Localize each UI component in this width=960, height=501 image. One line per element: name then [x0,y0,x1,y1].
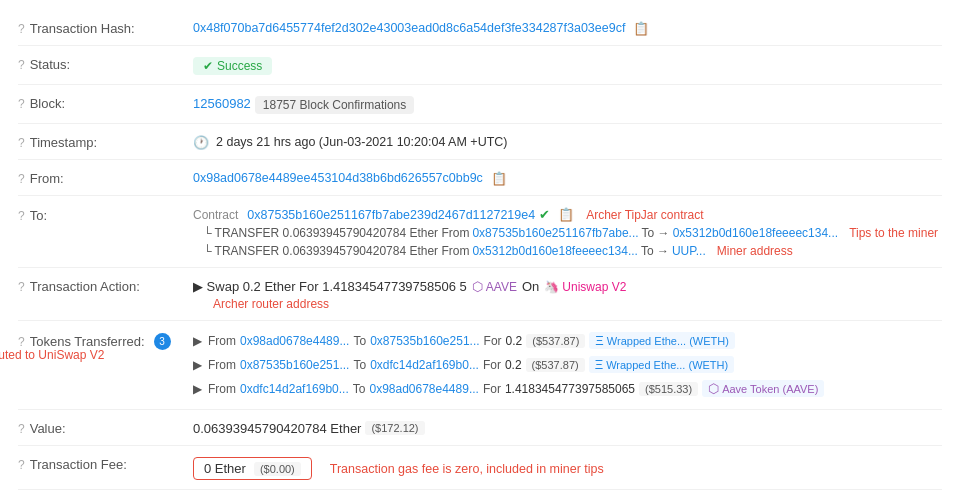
check-icon: ✔ [203,59,213,73]
tokens-count: 3 [154,333,171,350]
question-icon[interactable]: ? [18,22,25,36]
from-value: 0x98ad0678e4489ee453104d38b6bd626557c0bb… [193,169,942,186]
timestamp-label: ? Timestamp: [18,133,193,150]
value-value: 0.06393945790420784 Ether ($172.12) [193,419,942,436]
to-contract-row: Contract 0x87535b160e251167fb7abe239d246… [193,207,942,222]
token-row-3: ▶ From 0xdfc14d2af169b0... To 0x98ad0678… [193,380,824,397]
fee-ether: 0 Ether [204,461,246,476]
from-label: ? From: [18,169,193,186]
bullet-2: ▶ [193,358,202,372]
fee-annotation: Transaction gas fee is zero, included in… [330,462,604,476]
fee-usd: ($0.00) [254,462,301,476]
on-text: On [522,279,539,294]
uniswap-icon: 🦄 [544,280,559,294]
question-icon-tokens[interactable]: ? [18,335,25,349]
weth-icon-2: Ξ [595,357,603,372]
value-ether: 0.06393945790420784 Ether [193,421,361,436]
transfer-row-1: └ TRANSFER 0.06393945790420784 Ether Fro… [203,226,942,240]
weth-icon-1: Ξ [595,333,603,348]
aave-icon-2: ⬡ [708,381,719,396]
token3-from[interactable]: 0xdfc14d2af169b0... [240,382,349,396]
routed-annotation-wrap: Routed to UniSwap V2 [0,348,104,362]
aave-icon: ⬡ [472,279,483,294]
value-usd: ($172.12) [365,421,424,435]
token-row-2: ▶ From 0x87535b160e251... To 0xdfc14d2af… [193,356,734,373]
token3-usd: ($515.33) [639,382,698,396]
fee-box: 0 Ether ($0.00) [193,457,312,480]
question-icon-ts[interactable]: ? [18,136,25,150]
swap-row: ▶ Swap 0.2 Ether For 1.41834547739758506… [193,279,626,294]
annotation-router: Archer router address [213,297,329,311]
token2-from[interactable]: 0x87535b160e251... [240,358,349,372]
txhash-label: ? Transaction Hash: [18,19,193,36]
timestamp-value: 🕐 2 days 21 hrs ago (Jun-03-2021 10:20:0… [193,133,942,150]
tx-hash: 0x48f070ba7d6455774fef2d302e43003ead0d8c… [193,21,625,35]
fee-label: ? Transaction Fee: [18,455,193,472]
contract-address[interactable]: 0x87535b160e251167fb7abe239d2467d1127219… [247,208,535,222]
token2-usd: ($537.87) [526,358,585,372]
status-label: ? Status: [18,55,193,72]
token3-to[interactable]: 0x98ad0678e4489... [369,382,478,396]
block-label: ? Block: [18,94,193,111]
action-label: ? Transaction Action: [18,277,193,294]
transfer2-from[interactable]: 0x5312b0d160e18feeeec134... [472,244,638,258]
clock-icon: 🕐 [193,135,209,150]
transfer1-to[interactable]: 0x5312b0d160e18feeeec134... [673,226,839,240]
token3-badge: ⬡ Aave Token (AAVE) [702,380,824,397]
token1-usd: ($537.87) [526,334,585,348]
block-number[interactable]: 12560982 [193,96,251,111]
value-label: ? Value: [18,419,193,436]
question-icon-fee[interactable]: ? [18,458,25,472]
annotation-uniswap: Routed to UniSwap V2 [0,348,104,362]
copy-hash-icon[interactable]: 📋 [633,21,649,36]
timestamp-text: 2 days 21 hrs ago (Jun-03-2021 10:20:04 … [216,135,508,149]
token1-to[interactable]: 0x87535b160e251... [370,334,479,348]
tokens-label: ? Tokens Transferred: 3 [18,330,193,350]
bullet-1: ▶ [193,334,202,348]
question-icon-status[interactable]: ? [18,58,25,72]
confirmations-badge: 18757 Block Confirmations [255,96,414,114]
uniswap-badge: 🦄 Uniswap V2 [544,280,626,294]
token1-amount: 0.2 [506,334,523,348]
token1-badge: Ξ Wrapped Ethe... (WETH) [589,332,735,349]
block-value: 12560982 18757 Block Confirmations [193,94,942,114]
txhash-value: 0x48f070ba7d6455774fef2d302e43003ead0d8c… [193,19,942,36]
transfer2-to[interactable]: UUP... [672,244,706,258]
transfer-row-2: └ TRANSFER 0.06393945790420784 Ether Fro… [203,244,942,258]
tokens-value: Routed to UniSwap V2 ▶ From 0x98ad0678e4… [193,330,942,400]
token2-badge: Ξ Wrapped Ethe... (WETH) [589,356,735,373]
bullet-3: ▶ [193,382,202,396]
aave-badge: ⬡ AAVE [472,279,517,294]
question-icon-value[interactable]: ? [18,422,25,436]
token2-to[interactable]: 0xdfc14d2af169b0... [370,358,479,372]
annotation-miner-address: Miner address [717,244,793,258]
transfer1-from[interactable]: 0x87535b160e251167fb7abe... [472,226,638,240]
action-value: ▶ Swap 0.2 Ether For 1.41834547739758506… [193,277,942,311]
status-value: ✔ Success [193,55,942,75]
question-icon-block[interactable]: ? [18,97,25,111]
to-value: Contract 0x87535b160e251167fb7abe239d246… [193,205,942,258]
swap-text: ▶ Swap 0.2 Ether For 1.41834547739758506… [193,279,467,294]
question-icon-action[interactable]: ? [18,280,25,294]
token-row-1: ▶ From 0x98ad0678e4489... To 0x87535b160… [193,332,735,349]
from-address[interactable]: 0x98ad0678e4489ee453104d38b6bd626557c0bb… [193,171,483,185]
annotation-miner: Tips to the miner [849,226,938,240]
question-icon-from[interactable]: ? [18,172,25,186]
token1-from[interactable]: 0x98ad0678e4489... [240,334,349,348]
verified-icon: ✔ [539,207,550,222]
token2-amount: 0.2 [505,358,522,372]
annotation-contract: Archer TipJar contract [586,208,703,222]
fee-value: 0 Ether ($0.00) Transaction gas fee is z… [193,455,942,480]
status-badge: ✔ Success [193,57,272,75]
copy-to-icon[interactable]: 📋 [558,207,574,222]
to-label: ? To: [18,205,193,223]
question-icon-to[interactable]: ? [18,209,25,223]
copy-from-icon[interactable]: 📋 [491,171,507,186]
token3-amount: 1.418345477397585065 [505,382,635,396]
contract-label: Contract [193,208,238,222]
